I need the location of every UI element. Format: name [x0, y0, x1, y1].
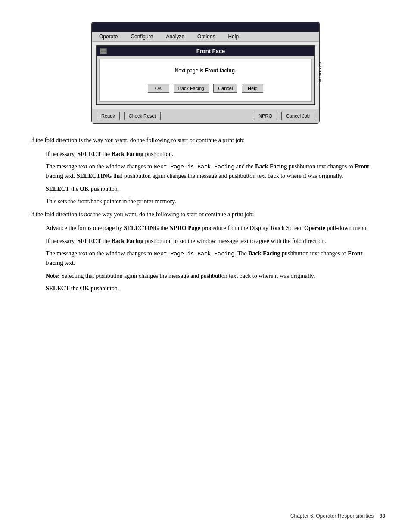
- npro-page-label: NPRO Page: [169, 225, 200, 231]
- dialog-body: Next page is Front facing. OK Back Facin…: [99, 59, 312, 102]
- selecting-label-2: SELECTING: [124, 225, 159, 231]
- selecting-label-1: SELECTING: [77, 173, 112, 179]
- dialog-message: Next page is Front facing.: [104, 68, 307, 74]
- dialog-ok-button[interactable]: OK: [148, 84, 169, 93]
- indent6: If necessary, SELECT the Back Facing pus…: [46, 236, 381, 246]
- indent3: SELECT the OK pushbutton.: [46, 184, 381, 194]
- select-label-3: SELECT: [77, 238, 101, 244]
- ui-window: Operate Configure Analyze Options Help —…: [91, 22, 320, 124]
- code-1: Next Page is Back Facing: [153, 163, 234, 170]
- page-container: Operate Configure Analyze Options Help —…: [0, 0, 411, 532]
- operate-label: Operate: [304, 225, 325, 231]
- indent2: The message text on the window changes t…: [46, 162, 381, 180]
- indent7: The message text on the window changes t…: [46, 249, 381, 268]
- dialog-help-button[interactable]: Help: [242, 84, 263, 93]
- indent4: This sets the front/back pointer in the …: [46, 197, 381, 206]
- back-facing-label-3: Back Facing: [112, 238, 143, 244]
- ok-label-2: OK: [80, 285, 89, 292]
- dialog-title-bar: — Front Face: [97, 46, 314, 56]
- select-label-2: SELECT: [46, 186, 69, 192]
- indent8: SELECT the OK pushbutton.: [46, 284, 381, 293]
- text-content: If the fold direction is the way you wan…: [26, 136, 385, 293]
- dialog-backfacing-button[interactable]: Back Facing: [174, 84, 209, 93]
- menu-operate[interactable]: Operate: [99, 34, 118, 40]
- select-label-1: SELECT: [77, 151, 101, 157]
- menu-analyze[interactable]: Analyze: [166, 34, 184, 40]
- note-paragraph: Note: Selecting that pushbutton again ch…: [46, 271, 381, 281]
- ok-label-1: OK: [80, 186, 89, 192]
- note-label: Note:: [46, 273, 60, 279]
- back-facing-label-2: Back Facing: [255, 163, 287, 170]
- dialog-close-button[interactable]: —: [100, 48, 107, 54]
- status-checkreset-button[interactable]: Check Reset: [124, 112, 161, 120]
- status-canceljob-button[interactable]: Cancel Job: [281, 112, 314, 120]
- indent1: If necessary, SELECT the Back Facing pus…: [46, 149, 381, 159]
- dialog-message-bold: Front facing.: [205, 68, 237, 74]
- dialog-title: Front Face: [110, 48, 311, 54]
- side-label: A23IO0169: [318, 62, 322, 83]
- dialog-box: — Front Face Next page is Front facing. …: [96, 45, 315, 105]
- para2: If the fold direction is not the way you…: [30, 210, 381, 219]
- status-ready-button[interactable]: Ready: [97, 112, 120, 120]
- dialog-message-pre: Next page is: [175, 68, 205, 74]
- not-italic: not: [84, 211, 92, 218]
- title-bar: [92, 22, 319, 32]
- code-2: Next Page is Back Facing: [153, 250, 234, 257]
- screenshot-area: Operate Configure Analyze Options Help —…: [26, 22, 385, 124]
- menu-bar: Operate Configure Analyze Options Help: [92, 32, 319, 42]
- indent5: Advance the forms one page by SELECTING …: [46, 224, 381, 233]
- back-facing-label-1: Back Facing: [112, 151, 143, 157]
- menu-configure[interactable]: Configure: [131, 34, 153, 40]
- para1: If the fold direction is the way you wan…: [30, 136, 381, 145]
- select-label-4: SELECT: [46, 285, 69, 292]
- page-footer: Chapter 6. Operator Responsibilities 83: [290, 513, 385, 519]
- footer-chapter: Chapter 6. Operator Responsibilities: [290, 513, 374, 519]
- dialog-cancel-button[interactable]: Cancel: [213, 84, 237, 93]
- menu-help[interactable]: Help: [228, 34, 239, 40]
- dialog-buttons: OK Back Facing Cancel Help: [104, 81, 307, 94]
- footer-page: 83: [380, 513, 385, 519]
- status-npro-button[interactable]: NPRO: [254, 112, 277, 120]
- menu-options[interactable]: Options: [197, 34, 215, 40]
- back-facing-label-4: Back Facing: [248, 250, 280, 257]
- status-bar: Ready Check Reset NPRO Cancel Job: [92, 109, 319, 123]
